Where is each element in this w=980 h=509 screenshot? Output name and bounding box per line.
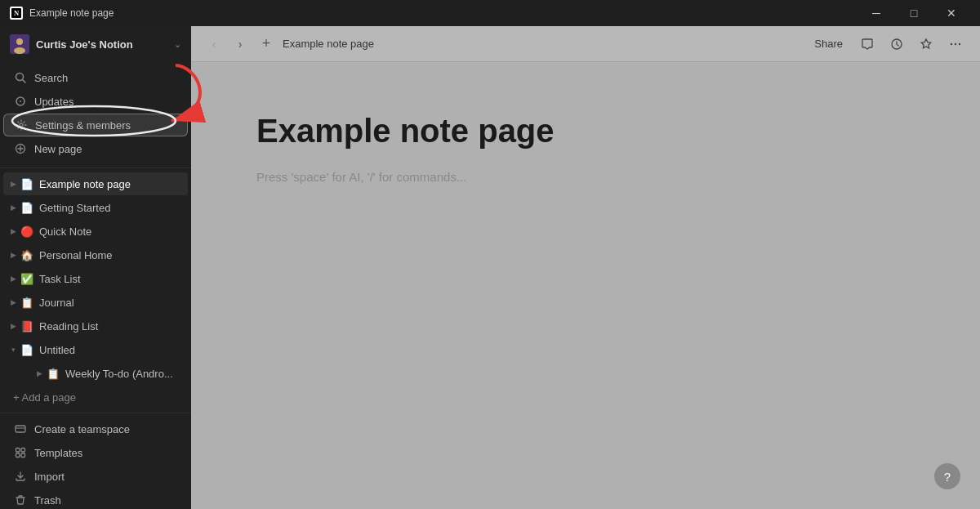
add-page-label: + Add a page [13,391,76,404]
maximize-button[interactable]: □ [895,0,933,26]
sidebar-item-settings[interactable]: Settings & members [3,114,188,136]
workspace-name: Curtis Joe's Notion [36,38,174,51]
svg-point-7 [20,100,21,102]
page-icon: 📄 [20,342,34,357]
tree-item-untitled[interactable]: ▾ 📄 Untitled [3,338,188,361]
trash-label: Trash [34,494,61,507]
tree-label: Getting Started [39,202,185,214]
page-tree: ▶ 📄 Example note page ▶ 📄 Getting Starte… [0,167,191,413]
add-page-button[interactable]: + Add a page [3,386,188,409]
chevron-icon: ⌄ [174,39,181,50]
page-icon: 📄 [20,200,34,215]
create-teamspace-label: Create a teamspace [34,423,130,435]
page-icon: 📋 [20,295,34,310]
settings-label: Settings & members [35,119,131,132]
tree-toggle[interactable]: ▶ [7,201,20,214]
tree-label: Task List [39,273,185,285]
close-button[interactable]: ✕ [933,0,970,26]
tree-item-quick-note[interactable]: ▶ 🔴 Quick Note [3,220,188,243]
sidebar-item-updates[interactable]: Updates [3,90,188,113]
svg-point-20 [955,42,956,44]
sidebar-item-new-page[interactable]: New page [3,137,188,160]
svg-rect-16 [16,453,20,458]
settings-icon [14,118,29,132]
sidebar: Curtis Joe's Notion ⌄ Search [0,26,191,509]
tree-label: Journal [39,297,185,309]
sidebar-item-import[interactable]: Import [3,465,188,488]
updates-label: Updates [34,96,74,108]
sidebar-bottom: Create a teamspace Templates [0,413,191,509]
tree-toggle[interactable]: ▶ [7,272,20,285]
svg-point-4 [14,47,25,54]
tree-item-weekly-todo[interactable]: ▶ 📋 Weekly To-do (Andro... [3,362,188,385]
search-label: Search [34,72,68,84]
page-icon: 📋 [46,366,60,381]
tree-item-getting-started[interactable]: ▶ 📄 Getting Started [3,196,188,219]
tree-label: Weekly To-do (Andro... [65,368,185,380]
tree-toggle[interactable]: ▶ [7,225,20,238]
sidebar-item-search[interactable]: Search [3,66,188,89]
svg-point-21 [959,42,960,44]
page-icon: 📕 [20,319,34,333]
window-controls: ─ □ ✕ [858,0,970,26]
new-page-icon [13,141,28,156]
titlebar-title: Example note page [29,7,858,19]
teamspace-icon [13,422,28,436]
help-button[interactable]: ? [934,463,960,489]
app-body: Curtis Joe's Notion ⌄ Search [0,26,980,509]
app-icon: N [10,7,23,20]
header-actions: Share [808,33,967,56]
tree-toggle[interactable]: ▶ [7,296,20,309]
svg-point-19 [951,42,952,44]
templates-label: Templates [34,447,82,459]
svg-rect-17 [21,453,25,458]
tree-item-reading-list[interactable]: ▶ 📕 Reading List [3,315,188,337]
tree-toggle[interactable]: ▾ [7,343,20,356]
sidebar-item-trash[interactable]: Trash [3,489,188,509]
tree-item-journal[interactable]: ▶ 📋 Journal [3,291,188,314]
back-button[interactable]: ‹ [204,34,224,54]
tree-item-task-list[interactable]: ▶ ✅ Task List [3,267,188,290]
svg-line-6 [23,80,26,83]
workspace-header[interactable]: Curtis Joe's Notion ⌄ [0,26,191,62]
svg-rect-14 [16,449,20,453]
titlebar: N Example note page ─ □ ✕ [0,0,980,26]
minimize-button[interactable]: ─ [858,0,895,26]
favorite-button[interactable] [915,33,938,56]
import-label: Import [34,471,65,483]
history-button[interactable] [885,33,908,56]
content-body[interactable]: Example note page Press 'space' for AI, … [191,62,980,509]
templates-icon [13,445,28,460]
tree-item-example-note-page[interactable]: ▶ 📄 Example note page [3,172,188,195]
add-content-button[interactable]: + [256,34,276,54]
tree-label: Reading List [39,320,185,333]
share-button[interactable]: Share [808,34,849,53]
svg-point-8 [20,123,23,127]
tree-label: Personal Home [39,249,185,261]
svg-point-3 [16,38,23,45]
tree-toggle[interactable]: ▶ [7,248,20,261]
import-icon [13,469,28,484]
sidebar-item-templates[interactable]: Templates [3,441,188,464]
tree-label: Example note page [39,178,185,190]
sidebar-item-create-teamspace[interactable]: Create a teamspace [3,417,188,440]
page-placeholder: Press 'space' for AI, '/' for commands..… [256,170,915,184]
tree-item-personal-home[interactable]: ▶ 🏠 Personal Home [3,243,188,266]
content-area: ‹ › + Example note page Share [191,26,980,509]
tree-toggle[interactable]: ▶ [7,177,20,190]
tree-toggle[interactable]: ▶ [7,319,20,333]
svg-text:N: N [14,9,20,17]
new-page-label: New page [34,143,82,155]
breadcrumb: Example note page [283,38,801,50]
sidebar-nav: Search Updates Settings [0,62,191,164]
trash-icon [13,493,28,507]
tree-toggle[interactable]: ▶ [33,367,46,380]
comments-button[interactable] [856,33,879,56]
more-button[interactable] [944,33,967,56]
page-title: Example note page [256,111,915,150]
svg-rect-12 [16,426,25,432]
page-icon: 📄 [20,176,34,191]
search-icon [13,70,28,85]
page-icon: 🏠 [20,248,34,262]
forward-button[interactable]: › [230,34,250,54]
